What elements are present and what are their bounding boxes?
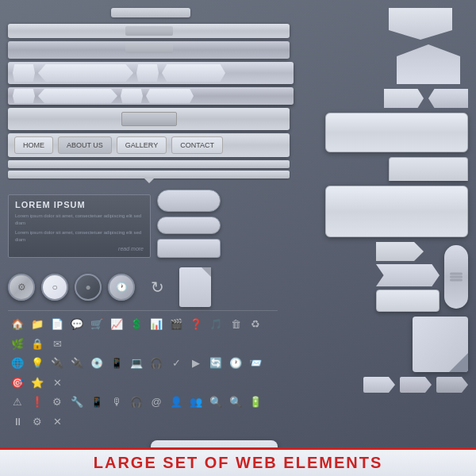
arrow-item-8[interactable] [146,89,194,103]
chat-icon[interactable]: 💬 [67,314,86,333]
arrow-bar-1 [8,62,294,84]
trash-icon[interactable]: 🗑 [226,314,245,333]
nav-contact[interactable]: CONTACT [171,136,223,154]
star-icon[interactable]: ⭐ [28,373,47,392]
disc-icon[interactable]: 💿 [87,353,106,372]
small-arrow-3[interactable] [436,377,468,393]
folder-icon[interactable]: 📁 [28,314,47,333]
close-icon[interactable]: ✕ [48,373,67,392]
home-icon[interactable]: 🏠 [8,314,27,333]
arrow-item-5[interactable] [13,89,35,103]
lorem-area: LOREM IPSUM Lorem ipsum dolor sit amet, … [8,190,294,258]
wrench-icon[interactable]: 🔧 [67,392,86,411]
lorem-text-2: Lorem ipsum dolor sit amet, consectetuer… [15,229,144,244]
badges-row [384,89,468,108]
globe-icon[interactable]: 🌐 [8,353,27,372]
users-icon[interactable]: 👥 [186,392,205,411]
mobile-icon[interactable]: 📱 [87,392,106,411]
x-icon[interactable]: ✕ [48,412,67,431]
badge-left-1 [428,89,468,108]
rounded-rect-large [325,113,468,152]
icons-row-2: 🌐 💡 🔌 🔌 💿 📱 💻 🎧 ✓ ▶ 🔄 🕐 📨 🎯 ⭐ ✕ [8,353,278,392]
recycle-icon[interactable]: ♻ [246,314,265,333]
zoom-in-icon[interactable]: 🔍 [206,392,225,411]
arrow-item-2[interactable] [38,64,133,82]
usb-icon[interactable]: 🔌 [67,353,86,372]
rect-btn-1[interactable] [157,239,221,258]
email-icon[interactable]: 📨 [246,353,265,372]
oval-btn-2[interactable] [157,217,221,234]
circle-btn-1[interactable]: ⚙ [8,274,35,301]
music-icon[interactable]: 🎵 [206,314,225,333]
lorem-readmore[interactable]: read more [15,246,144,251]
arrow-item-4[interactable] [162,64,225,82]
wide-bar-2-thumb [125,44,173,53]
folded-shape [179,267,211,307]
play-icon[interactable]: ▶ [186,353,205,372]
clock-icon[interactable]: 🕐 [226,353,245,372]
dotted-center [121,112,177,126]
check-icon[interactable]: ✓ [167,353,186,372]
warning-icon[interactable]: ⚠ [8,392,27,411]
small-arrow-1[interactable] [363,377,395,393]
settings-icon[interactable]: ⚙ [28,412,47,431]
arrows-icon: ↻ [141,271,173,303]
gear-icon[interactable]: ⚙ [48,392,67,411]
zoom-out-icon[interactable]: 🔍 [226,392,245,411]
circle-btn-2[interactable]: ○ [41,274,68,301]
bookmark-up [397,44,460,84]
arrow-item-7[interactable] [121,89,143,103]
target-icon[interactable]: 🎯 [8,373,27,392]
lorem-title: LOREM IPSUM [15,200,144,209]
mic-icon[interactable]: 🎙 [107,392,126,411]
nav-gallery[interactable]: GALLERY [117,136,167,154]
corner-fold [413,317,468,372]
nav-home[interactable]: HOME [14,136,53,154]
exclaim-icon[interactable]: ❗ [28,392,47,411]
arrow-item-1[interactable] [13,64,35,82]
arrow-item-3[interactable] [136,64,159,82]
short-bar-top [111,8,190,17]
bulb-icon[interactable]: 💡 [28,353,47,372]
tree-icon[interactable]: 🌿 [8,334,27,353]
icons-row-1: 🏠 📁 📄 💬 🛒 📈 💲 📊 🎬 ❓ 🎵 🗑 ♻ 🌿 🔒 ✉ [8,314,278,353]
rt-buttons-col [376,242,440,312]
nav-bar[interactable]: HOME ABOUT US GALLERY CONTACT [8,133,290,157]
battery-icon[interactable]: 🔋 [246,392,265,411]
circle-btn-4[interactable]: 🕐 [108,274,135,301]
wide-bar-1-thumb [125,26,173,36]
film-icon[interactable]: 🎬 [167,314,186,333]
monitor-icon[interactable]: 💻 [127,353,146,372]
rounded-rect-medium [325,186,468,237]
bottom-title-text: LARGE SET OF WEB ELEMENTS [94,454,382,472]
mail-icon[interactable]: ✉ [48,334,67,353]
arrow-right-1[interactable] [376,242,424,261]
oval-btn-1[interactable] [157,190,221,212]
cart-icon[interactable]: 🛒 [87,314,106,333]
small-arrow-2[interactable] [400,377,432,393]
arrow-item-6[interactable] [38,89,117,103]
pause-icon[interactable]: ⏸ [8,412,27,431]
arrow-right-2[interactable] [376,264,440,286]
wide-bar-2 [8,41,290,59]
icons-row-3: ⚠ ❗ ⚙ 🔧 📱 🎙 🎧 @ 👤 👥 🔍 🔍 🔋 ⏸ ⚙ ✕ [8,392,278,431]
at-icon[interactable]: @ [147,392,166,411]
chart-line-icon[interactable]: 📈 [107,314,126,333]
nav-about[interactable]: ABOUT US [58,136,112,154]
headphone-icon[interactable]: 🎧 [147,353,166,372]
rt-btn-1[interactable] [376,290,440,312]
circle-btn-3[interactable]: ● [75,274,102,301]
phone-icon[interactable]: 📱 [107,353,126,372]
power-icon[interactable]: 🔌 [48,353,67,372]
headset-icon[interactable]: 🎧 [127,392,146,411]
refresh-icon[interactable]: 🔄 [206,353,225,372]
badge-right-1 [384,89,424,108]
dollar-icon[interactable]: 💲 [127,314,146,333]
tab-shape [389,157,468,181]
document-icon[interactable]: 📄 [48,314,67,333]
scroll-handle[interactable] [444,245,468,309]
bar-chart-icon[interactable]: 📊 [147,314,166,333]
user-icon[interactable]: 👤 [167,392,186,411]
question-icon[interactable]: ❓ [186,314,205,333]
lock-icon[interactable]: 🔒 [28,334,47,353]
